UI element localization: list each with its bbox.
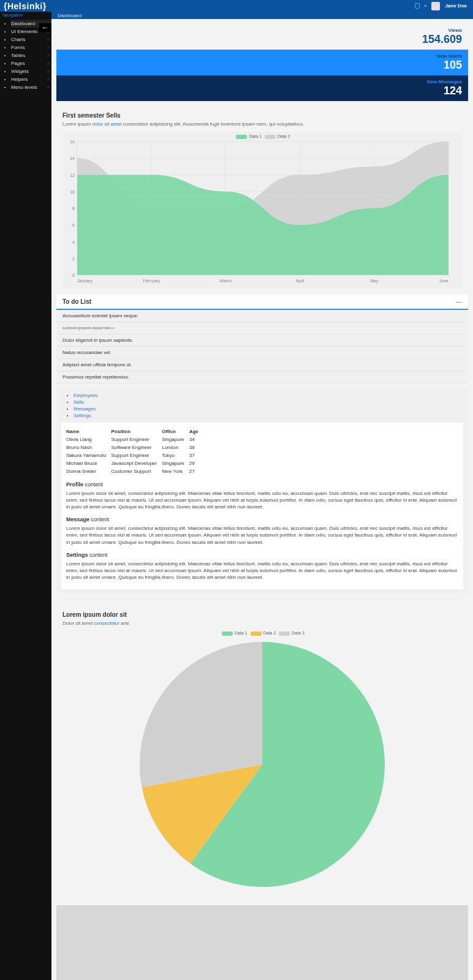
stat-label: New Messages: [62, 79, 462, 85]
tab-link[interactable]: Employees: [74, 393, 98, 398]
legend-swatch-grey: [265, 135, 276, 139]
sidebar-item[interactable]: Helpers▫: [11, 75, 51, 83]
svg-text:10: 10: [70, 189, 75, 194]
section-body: Lorem ipsum dolor sit amet, consectetur …: [66, 490, 458, 511]
nav-section-label: Navigation: [0, 12, 51, 18]
svg-text:6: 6: [72, 223, 75, 227]
minimize-icon[interactable]: —: [456, 298, 462, 305]
section-body: Lorem ipsum dolor sit amet, consectetur …: [66, 560, 458, 581]
pie-chart-svg: [134, 636, 391, 893]
collapse-sidebar-button[interactable]: ←: [39, 23, 51, 32]
sidebar-item[interactable]: Widgets▫: [11, 67, 51, 75]
stat-value: 105: [62, 59, 462, 72]
expand-icon: ▫: [47, 77, 49, 82]
legend-label: Data 2: [278, 134, 290, 138]
tabs-panel: EmployeesSellsMessagesSettings NamePosit…: [56, 388, 468, 594]
breadcrumb: Dashboard: [51, 12, 473, 19]
svg-text:March: March: [220, 279, 232, 283]
pie-panel: Lorem ipsum dolor sit Dolor sit amet con…: [56, 605, 468, 894]
brand-logo[interactable]: {Helsinki}: [0, 1, 47, 11]
table-header: Office: [162, 428, 189, 435]
legend-label: Data 3: [292, 631, 305, 635]
todo-item[interactable]: Natus recusandae vel.: [56, 347, 468, 359]
stats-block: Views154.609New Users105New Messages124: [56, 24, 468, 101]
pie-chart: Data 1 Data 2 Data 3: [56, 631, 468, 894]
legend-label: Data 2: [263, 631, 276, 635]
todo-item[interactable]: Adipisci amet officia tempore ut.: [56, 359, 468, 371]
stat-value: 124: [62, 85, 462, 97]
topbar: {Helsinki} « Jane Doe: [0, 0, 473, 12]
stat-tile: Views154.609: [56, 24, 468, 50]
sells-panel: First semester Sells Lorem ipsum dolor s…: [56, 106, 468, 288]
todo-list: Accusantium eveniet ipsam neque.Lorem ip…: [56, 310, 468, 383]
area-legend: Data 1 Data 2: [64, 134, 461, 139]
todo-header: To do List —: [56, 295, 468, 310]
table-row: Sakura YamamotoSupport EngineerTokyo37: [66, 451, 203, 459]
pie-sub-link[interactable]: consectetur: [94, 620, 119, 626]
breadcrumb-text: Dashboard: [58, 13, 81, 18]
area-chart: Data 1 Data 2 0246810121416JanuaryFebrua…: [62, 132, 462, 288]
svg-text:January: January: [77, 279, 93, 284]
svg-text:February: February: [143, 279, 161, 284]
svg-text:4: 4: [72, 239, 75, 244]
sidebar: ← Navigation DashboardUI Elements▫Charts…: [0, 12, 51, 980]
stat-label: Views: [62, 28, 462, 33]
pie-sub-post: arte: [119, 620, 129, 626]
bell-icon[interactable]: [415, 3, 420, 9]
sells-sub-post: consectetur adipisicing elit. Assumenda …: [122, 121, 305, 127]
sidebar-item[interactable]: Pages▫: [11, 59, 51, 67]
pie-subtitle: Dolor sit amet consectetur arte: [56, 620, 468, 631]
section-heading: Profile content: [66, 481, 458, 488]
sidebar-item[interactable]: Tables▫: [11, 51, 51, 59]
pie-legend: Data 1 Data 2 Data 3: [56, 631, 468, 636]
caret-icon[interactable]: «: [425, 4, 427, 8]
legend-swatch-yellow: [251, 631, 262, 636]
todo-item[interactable]: Dolor eligendi in ipsum sapiente.: [56, 334, 468, 347]
svg-text:May: May: [370, 279, 379, 284]
sells-subtitle: Lorem ipsum dolor sit amet consectetur a…: [56, 121, 468, 132]
tab-link[interactable]: Messages: [74, 406, 96, 412]
main: Dashboard Views154.609New Users105New Me…: [51, 12, 473, 980]
svg-text:14: 14: [70, 156, 75, 160]
area-chart-svg: 0246810121416JanuaryFebruaryMarchAprilMa…: [64, 139, 450, 286]
pie-sub-pre: Dolor sit amet: [62, 620, 94, 626]
employees-table: NamePositionOfficeAgeOlivia LiangSupport…: [66, 428, 203, 475]
avatar[interactable]: [431, 2, 440, 10]
sells-title: First semester Sells: [56, 106, 468, 121]
sidebar-item[interactable]: Charts▫: [11, 36, 51, 43]
tab-link[interactable]: Settings: [74, 413, 91, 418]
section-body: Lorem ipsum dolor sit amet, consectetur …: [66, 525, 458, 546]
expand-icon: ▫: [47, 37, 49, 42]
todo-item[interactable]: Lorem ipsum dolor sit ...: [56, 322, 468, 334]
table-row: Donna SniderCustomer SupportNew York27: [66, 467, 203, 475]
todo-item[interactable]: Accusantium eveniet ipsam neque.: [56, 310, 468, 322]
sells-sub-link[interactable]: dolor sit amet: [92, 121, 121, 127]
table-row: Michael BruceJavascript DeveloperSingapo…: [66, 459, 203, 467]
table-row: Olivia LiangSupport EngineerSingapore34: [66, 435, 203, 443]
svg-text:0: 0: [72, 273, 75, 277]
section-heading: Settings content: [66, 552, 458, 558]
expand-icon: ▫: [47, 53, 49, 58]
table-header: Age: [189, 428, 203, 435]
table-row: Bruno NashSoftware EngineerLondon38: [66, 443, 203, 451]
todo-title: To do List: [62, 298, 91, 305]
expand-icon: ▫: [47, 61, 49, 66]
tab-link[interactable]: Sells: [74, 399, 84, 405]
expand-icon: ▫: [47, 69, 49, 74]
sidebar-item[interactable]: Menu levels▫: [11, 83, 51, 91]
todo-panel: To do List — Accusantium eveniet ipsam n…: [56, 295, 468, 383]
todo-item[interactable]: Possimus repellat repellendus.: [56, 371, 468, 383]
user-block[interactable]: Jane Doe: [445, 4, 467, 9]
sidebar-item[interactable]: Forms▫: [11, 43, 51, 51]
table-header: Position: [112, 428, 162, 435]
sells-sub-pre: Lorem ipsum: [62, 121, 92, 127]
svg-text:16: 16: [70, 140, 75, 144]
stat-value: 154.609: [62, 33, 462, 46]
legend-label: Data 1: [235, 631, 248, 635]
section-heading: Message content: [66, 516, 458, 522]
svg-text:8: 8: [72, 206, 75, 211]
svg-text:2: 2: [72, 256, 75, 260]
legend-swatch-grey: [279, 631, 290, 636]
user-name: Jane Doe: [445, 3, 467, 9]
expand-icon: ▫: [47, 45, 49, 50]
